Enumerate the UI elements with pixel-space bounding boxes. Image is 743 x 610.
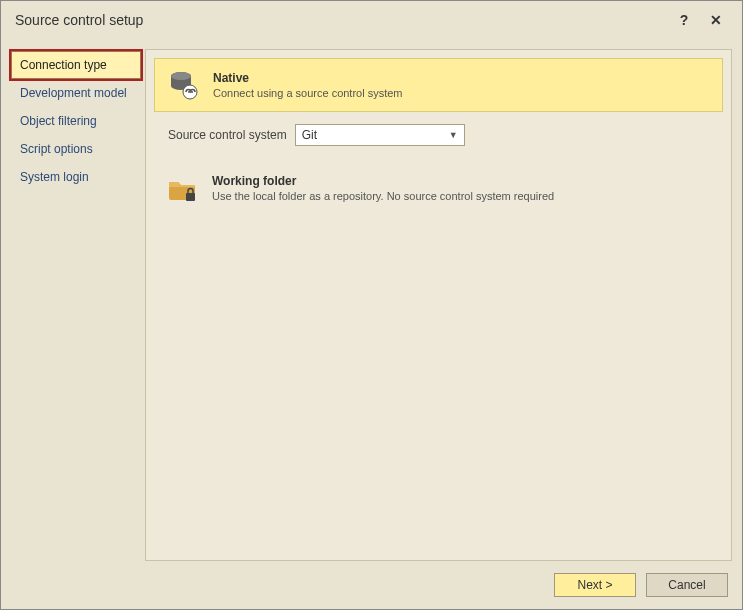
content-panel: Native Connect using a source control sy…: [145, 49, 732, 561]
sidebar-item-label: Script options: [20, 142, 93, 156]
sidebar-item-script-options[interactable]: Script options: [11, 135, 141, 163]
scs-label: Source control system: [168, 128, 287, 142]
sidebar-item-label: System login: [20, 170, 89, 184]
svg-point-1: [171, 72, 191, 80]
database-link-icon: [167, 69, 199, 101]
help-button[interactable]: ?: [672, 8, 696, 32]
option-native-title: Native: [213, 71, 403, 85]
sidebar-item-connection-type[interactable]: Connection type: [11, 51, 141, 79]
sidebar-item-development-model[interactable]: Development model: [11, 79, 141, 107]
window-title: Source control setup: [15, 12, 664, 28]
source-control-system-row: Source control system Git ▼: [154, 112, 723, 162]
option-native-desc: Connect using a source control system: [213, 87, 403, 99]
titlebar: Source control setup ? ✕: [1, 1, 742, 39]
dialog-body: Connection type Development model Object…: [1, 39, 742, 561]
chevron-down-icon: ▼: [449, 130, 458, 140]
svg-rect-3: [186, 193, 195, 201]
option-working-folder-desc: Use the local folder as a repository. No…: [212, 190, 554, 202]
option-native-text: Native Connect using a source control sy…: [213, 71, 403, 99]
option-working-folder[interactable]: Working folder Use the local folder as a…: [154, 162, 723, 214]
option-working-folder-text: Working folder Use the local folder as a…: [212, 174, 554, 202]
option-working-folder-title: Working folder: [212, 174, 554, 188]
next-button[interactable]: Next >: [554, 573, 636, 597]
cancel-button-label: Cancel: [668, 578, 705, 592]
sidebar-item-label: Object filtering: [20, 114, 97, 128]
folder-lock-icon: [166, 172, 198, 204]
next-button-label: Next >: [577, 578, 612, 592]
sidebar-item-system-login[interactable]: System login: [11, 163, 141, 191]
scs-dropdown[interactable]: Git ▼: [295, 124, 465, 146]
sidebar-item-object-filtering[interactable]: Object filtering: [11, 107, 141, 135]
scs-value: Git: [302, 128, 317, 142]
dialog-window: Source control setup ? ✕ Connection type…: [0, 0, 743, 610]
sidebar: Connection type Development model Object…: [11, 49, 141, 561]
footer: Next > Cancel: [1, 561, 742, 609]
cancel-button[interactable]: Cancel: [646, 573, 728, 597]
sidebar-item-label: Connection type: [20, 58, 107, 72]
option-native[interactable]: Native Connect using a source control sy…: [154, 58, 723, 112]
close-button[interactable]: ✕: [704, 8, 728, 32]
sidebar-item-label: Development model: [20, 86, 127, 100]
